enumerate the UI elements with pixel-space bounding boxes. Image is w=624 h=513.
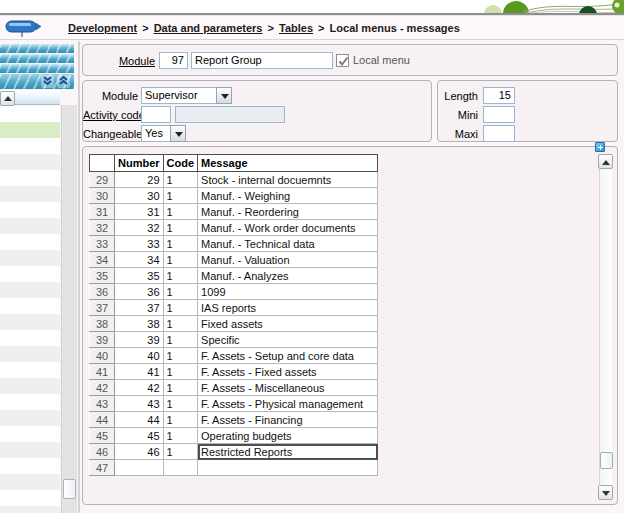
- expand-all-icon[interactable]: [57, 75, 70, 88]
- row-header[interactable]: 45: [90, 428, 115, 444]
- cell-number[interactable]: 46: [115, 444, 164, 460]
- sidebar-list-item[interactable]: [0, 186, 60, 202]
- row-header[interactable]: 39: [90, 332, 115, 348]
- sidebar-list-item[interactable]: [0, 506, 60, 513]
- sidebar-list-item[interactable]: [0, 202, 60, 218]
- cell-code[interactable]: 1: [163, 364, 198, 380]
- cell-number[interactable]: 39: [115, 332, 164, 348]
- sidebar-list-item[interactable]: [0, 442, 60, 458]
- cell-message[interactable]: F. Assets - Financing: [198, 412, 378, 428]
- row-header[interactable]: 37: [90, 300, 115, 316]
- module-dropdown-icon[interactable]: [216, 87, 232, 104]
- signpost-icon[interactable]: [4, 18, 42, 38]
- cell-number[interactable]: 35: [115, 268, 164, 284]
- cell-message[interactable]: Manuf. - Reordering: [198, 204, 378, 220]
- breadcrumb-item[interactable]: Data and parameters: [154, 22, 263, 34]
- cell-message[interactable]: [198, 460, 378, 476]
- row-header[interactable]: 29: [90, 172, 115, 188]
- grid-scrollbar[interactable]: [598, 154, 613, 500]
- cell-code[interactable]: 1: [163, 444, 198, 460]
- sidebar-scrollbar[interactable]: [61, 105, 77, 513]
- cell-code[interactable]: 1: [163, 252, 198, 268]
- cell-number[interactable]: 43: [115, 396, 164, 412]
- sidebar-list-item[interactable]: [0, 154, 60, 170]
- cell-message[interactable]: F. Assets - Setup and core data: [198, 348, 378, 364]
- cell-number[interactable]: 31: [115, 204, 164, 220]
- sidebar-list-item[interactable]: [0, 314, 60, 330]
- row-header[interactable]: 47: [90, 460, 115, 476]
- sidebar-collapsed-bar[interactable]: [0, 44, 74, 53]
- sidebar-list-item[interactable]: [0, 410, 60, 426]
- row-header[interactable]: 40: [90, 348, 115, 364]
- sidebar-list-item[interactable]: [0, 330, 60, 346]
- cell-number[interactable]: 45: [115, 428, 164, 444]
- cell-message[interactable]: Manuf. - Valuation: [198, 252, 378, 268]
- cell-number[interactable]: [115, 460, 164, 476]
- cell-message[interactable]: Manuf. - Technical data: [198, 236, 378, 252]
- cell-code[interactable]: 1: [163, 428, 198, 444]
- row-header[interactable]: 30: [90, 188, 115, 204]
- cell-code[interactable]: [163, 460, 198, 476]
- sidebar-list-item[interactable]: [0, 266, 60, 282]
- cell-code[interactable]: 1: [163, 204, 198, 220]
- cell-code[interactable]: 1: [163, 284, 198, 300]
- row-header[interactable]: 41: [90, 364, 115, 380]
- sidebar-list-item[interactable]: [0, 394, 60, 410]
- cell-number[interactable]: 36: [115, 284, 164, 300]
- module-number-field[interactable]: 97: [159, 52, 188, 69]
- sidebar-scrollbar-thumb[interactable]: [63, 479, 76, 499]
- row-header[interactable]: 44: [90, 412, 115, 428]
- sidebar-list-item[interactable]: [0, 458, 60, 474]
- column-header-number[interactable]: Number: [115, 155, 164, 172]
- sidebar-list-item[interactable]: [0, 426, 60, 442]
- cell-code[interactable]: 1: [163, 172, 198, 188]
- module-name-field[interactable]: Report Group: [191, 52, 333, 69]
- maximize-grid-icon[interactable]: [595, 142, 605, 152]
- activity-code-field[interactable]: [141, 106, 171, 123]
- cell-code[interactable]: 1: [163, 396, 198, 412]
- cell-number[interactable]: 32: [115, 220, 164, 236]
- collapse-all-icon[interactable]: [41, 75, 54, 88]
- module-link-label[interactable]: Module: [93, 53, 155, 69]
- cell-code[interactable]: 1: [163, 380, 198, 396]
- grid-scroll-up-icon[interactable]: [598, 154, 613, 169]
- row-header[interactable]: 36: [90, 284, 115, 300]
- maxi-field[interactable]: [483, 125, 515, 142]
- sidebar-list-item[interactable]: [0, 378, 60, 394]
- cell-message[interactable]: Operating budgets: [198, 428, 378, 444]
- row-header[interactable]: 46: [90, 444, 115, 460]
- cell-code[interactable]: 1: [163, 188, 198, 204]
- sidebar-list-item[interactable]: [0, 138, 60, 154]
- cell-number[interactable]: 38: [115, 316, 164, 332]
- length-field[interactable]: 15: [483, 87, 515, 104]
- cell-message[interactable]: F. Assets - Miscellaneous: [198, 380, 378, 396]
- row-header[interactable]: 35: [90, 268, 115, 284]
- row-header[interactable]: 38: [90, 316, 115, 332]
- sidebar-list-item[interactable]: [0, 218, 60, 234]
- row-header[interactable]: 31: [90, 204, 115, 220]
- changeable-dropdown-icon[interactable]: [170, 125, 186, 142]
- cell-message[interactable]: F. Assets - Fixed assets: [198, 364, 378, 380]
- cell-code[interactable]: 1: [163, 316, 198, 332]
- cell-message[interactable]: Manuf. - Weighing: [198, 188, 378, 204]
- grid-scrollbar-thumb[interactable]: [600, 452, 613, 469]
- cell-message[interactable]: Specific: [198, 332, 378, 348]
- cell-message[interactable]: Stock - internal docuemnts: [198, 172, 378, 188]
- cell-message[interactable]: Restricted Reports: [198, 444, 378, 460]
- cell-number[interactable]: 29: [115, 172, 164, 188]
- cell-code[interactable]: 1: [163, 268, 198, 284]
- column-header-code[interactable]: Code: [163, 155, 198, 172]
- cell-number[interactable]: 37: [115, 300, 164, 316]
- sidebar-list-item[interactable]: [0, 234, 60, 250]
- cell-number[interactable]: 33: [115, 236, 164, 252]
- sidebar-list-item[interactable]: [0, 250, 60, 266]
- row-header[interactable]: 43: [90, 396, 115, 412]
- cell-number[interactable]: 40: [115, 348, 164, 364]
- row-header[interactable]: 32: [90, 220, 115, 236]
- sidebar-list-item[interactable]: [0, 362, 60, 378]
- sidebar-list-item[interactable]: [0, 490, 60, 506]
- grid-scrollbar-track[interactable]: [599, 169, 612, 485]
- cell-message[interactable]: F. Assets - Physical management: [198, 396, 378, 412]
- cell-number[interactable]: 44: [115, 412, 164, 428]
- sidebar-list-item[interactable]: [0, 122, 60, 138]
